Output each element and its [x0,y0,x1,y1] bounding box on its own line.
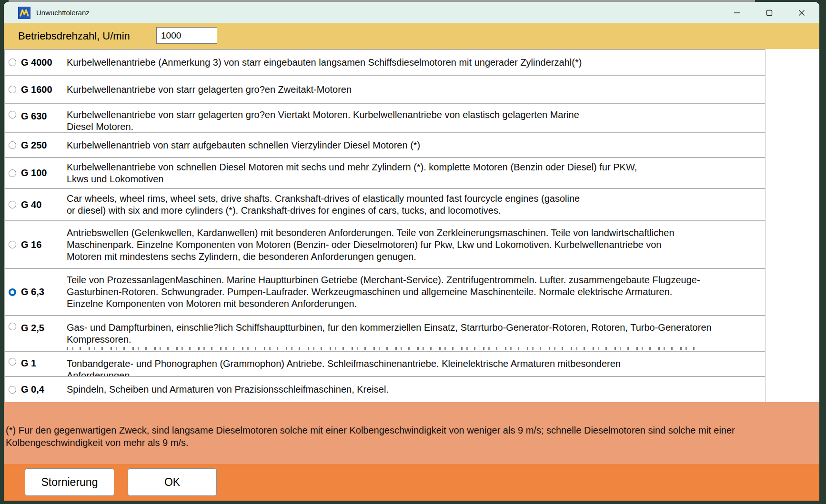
action-bar: Stornierung OK [4,464,819,501]
description-line: or diesel) with six and more cylinders (… [67,205,765,217]
ok-button[interactable]: OK [128,468,217,496]
radio-button[interactable] [9,288,16,296]
window-title: Unwuchttoleranz [36,9,90,17]
option-row-g0-4[interactable]: G 0,4 Spindeln, Scheiben und Armaturen v… [5,377,765,403]
option-row-g250[interactable]: G 250 Kurbelwellenantrieb von starr aufg… [5,133,765,158]
grade-label: G 4000 [21,57,61,68]
option-row-g16[interactable]: G 16 Antriebswellen (Gelenkwellen, Karda… [5,221,765,269]
option-row-g1[interactable]: G 1 Tonbandgerate- und Phonographen (Gra… [5,352,765,377]
footnote-line: (*) Fur den gegenwartigen Zweck, sind la… [6,424,816,436]
radio-button[interactable] [9,169,16,177]
grade-label: G 40 [21,199,61,210]
minimize-icon [734,10,740,16]
grade-description: Car wheels, wheel rims, wheel sets, driv… [61,193,765,217]
footnote-line: Kolbengeschwindigkeit von mehr als 9 m/s… [6,436,816,449]
description-line: Motoren mit mindestens sechs Zylindern, … [67,251,765,263]
app-logo-icon [18,7,30,19]
description-line: Kurbelwellenantriebe von starr gelagerte… [67,84,765,96]
radio-button[interactable] [9,59,16,66]
description-line: Kompressoren. [67,334,765,346]
radio-button[interactable] [9,386,16,394]
grade-description: Kurbelwellenantrieb von starr aufgebaute… [61,139,765,151]
grade-description: Tonbandgerate- und Phonographen (Grammop… [61,352,765,377]
description-line: Kurbelwellenantriebe von schnellen Diese… [67,161,765,173]
maximize-icon [766,10,773,16]
option-row-g630[interactable]: G 630 Kurbelwellenantriebe von starr gel… [5,104,765,133]
speed-label: Betriebsdrehzahl, U/min [18,30,130,42]
description-line: Kurbelwellenantriebe (Anmerkung 3) von s… [67,57,765,69]
grade-description: Kurbelwellenantriebe von schnellen Diese… [61,161,765,185]
description-line: Diesel Motoren. [67,121,765,133]
description-line: Gasturbinen-Rotoren. Schwungrader. Pumpe… [67,286,765,298]
grade-label: G 630 [21,111,61,122]
balance-grade-list: G 4000 Kurbelwellenantriebe (Anmerkung 3… [4,49,766,402]
option-row-g100[interactable]: G 100 Kurbelwellenantriebe von schnellen… [5,158,765,189]
grade-label: G 1 [21,358,61,369]
description-line: Einzelne Komponenten von Motoren mit bes… [67,298,765,310]
cancel-button[interactable]: Stornierung [25,468,114,496]
maximize-button[interactable] [758,5,780,21]
grade-description: Antriebswellen (Gelenkwellen, Kardanwell… [61,227,765,263]
option-row-g4000[interactable]: G 4000 Kurbelwellenantriebe (Anmerkung 3… [5,50,765,76]
grade-label: G 100 [21,168,61,178]
grade-label: G 250 [21,140,61,151]
option-row-g2-5[interactable]: G 2,5 Gas- und Dampfturbinen, einschlie?… [5,316,765,352]
description-line: Lkws und Lokomotiven [67,173,765,185]
description-line: Anforderungen [67,370,765,377]
description-line: Teile von ProzessanlagenMaschinen. Marin… [67,274,765,286]
footnote-panel: (*) Fur den gegenwartigen Zweck, sind la… [4,402,819,464]
window-controls [715,2,819,23]
description-line: Kurbelwellenantrieb von starr aufgebaute… [67,139,765,151]
grade-description: Kurbelwellenantriebe (Anmerkung 3) von s… [61,57,765,69]
description-line: Kurbelwellenantriebe von starr gelagerte… [67,109,765,121]
grade-description: Teile von ProzessanlagenMaschinen. Marin… [61,274,765,310]
description-line: Tonbandgerate- und Phonographen (Grammop… [67,358,765,370]
clipped-text-fragment [67,347,700,350]
grade-description: Gas- und Dampfturbinen, einschlie?lich S… [61,316,765,350]
radio-button[interactable] [9,241,16,248]
radio-button[interactable] [9,358,16,366]
grade-description: Kurbelwellenantriebe von starr gelagerte… [61,84,765,96]
grade-label: G 1600 [21,84,61,95]
grade-description: Spindeln, Scheiben und Armaturen von Pra… [61,384,765,395]
description-line: Antriebswellen (Gelenkwellen, Kardanwell… [67,227,765,239]
description-line: Spindeln, Scheiben und Armaturen von Pra… [67,384,765,395]
option-row-g40[interactable]: G 40 Car wheels, wheel rims, wheel sets,… [5,189,765,221]
radio-button[interactable] [9,111,16,119]
radio-button[interactable] [9,323,16,330]
radio-button[interactable] [9,86,16,93]
description-line: Gas- und Dampfturbinen, einschlie?lich S… [67,322,765,334]
title-bar: Unwuchttoleranz [4,2,819,23]
description-line: Maschinenpark. Einzelne Komponenten von … [67,239,765,251]
grade-label: G 2,5 [21,323,61,334]
grade-description: Kurbelwellenantriebe von starr gelagerte… [61,104,765,133]
radio-button[interactable] [9,141,16,149]
unwuchttoleranz-dialog: Unwuchttoleranz Betriebsdrehzahl, U/min … [4,2,819,501]
speed-input[interactable] [156,27,217,44]
grade-label: G 0,4 [21,384,61,395]
grade-label: G 16 [21,239,61,250]
grade-label: G 6,3 [21,287,61,297]
description-line: Car wheels, wheel rims, wheel sets, driv… [67,193,765,205]
option-row-g6-3[interactable]: G 6,3 Teile von ProzessanlagenMaschinen.… [5,269,765,316]
radio-button[interactable] [9,201,16,208]
speed-header: Betriebsdrehzahl, U/min [4,23,819,49]
close-button[interactable] [791,5,813,21]
minimize-button[interactable] [726,5,748,21]
close-icon [798,10,805,16]
option-row-g1600[interactable]: G 1600 Kurbelwellenantriebe von starr ge… [5,76,765,104]
